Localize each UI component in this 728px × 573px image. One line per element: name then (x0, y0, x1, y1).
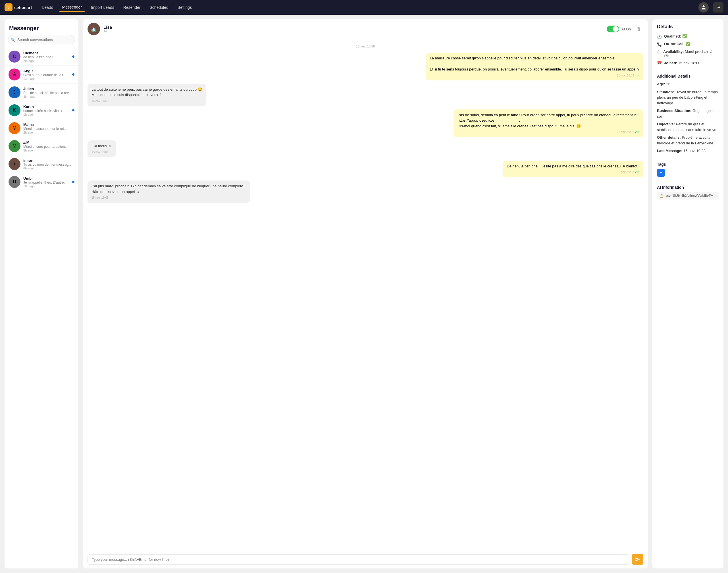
sidebar-title: Messenger (5, 19, 78, 35)
list-item[interactable]: M Maina Merci beaucoup pour le ret... 2h… (5, 119, 78, 137)
joined-label: Joined: (664, 61, 677, 65)
unread-dot (72, 181, 74, 183)
availability-icon: ⏱ (657, 50, 661, 54)
list-item[interactable]: C Clément de rien, je t'en prie ! 2m ago (5, 48, 78, 66)
conv-preview: bonne soirée à très vite :) (23, 109, 69, 113)
other-details-field: Other details: Problème avec la thyroïde… (657, 135, 719, 146)
clock-icon: 🕐 (657, 35, 662, 39)
avatar: K (8, 104, 20, 116)
sidebar: Messenger 🔍 C Clément de rien, je t'en p… (5, 19, 78, 568)
list-item[interactable]: U Umbi Je m'appelle Théo. D'autre... 10h… (5, 173, 78, 191)
conv-time: 10h ago (23, 185, 69, 188)
conv-preview: Tu as vu mon dernier messag... (23, 163, 74, 166)
ok-for-call-check: ✅ (686, 42, 690, 46)
search-input[interactable] (8, 35, 75, 44)
list-item[interactable]: i imran Tu as vu mon dernier messag... 6… (5, 155, 78, 173)
chat-area: 🏔️ Lisa @ AI On 15 nov. 18:56 La meilleu… (83, 19, 648, 568)
conv-name: Umbi (23, 176, 69, 180)
send-button[interactable] (632, 554, 643, 565)
ai-toggle[interactable] (607, 25, 619, 33)
age-field: Age: 26 (657, 81, 719, 87)
message-bubble-received: J'ai pris mardi prochain 17h car demain … (88, 180, 250, 203)
ai-id-value: asst_SlUbn6h2fL9rmWVerMBoTw (666, 194, 713, 197)
ai-toggle-area: AI On (607, 25, 631, 33)
conv-name: Karen (23, 105, 69, 109)
joined-row: 📅 Joined: 15 nov. 18:00 (657, 61, 719, 66)
qualified-row: 🕐 Qualified: ✅ (657, 34, 719, 39)
navbar: S setsmart Leads Messenger Import Leads … (0, 0, 728, 15)
tags-title: Tags (657, 162, 719, 166)
conv-time: 48m ago (23, 95, 74, 98)
nav-leads[interactable]: Leads (39, 3, 57, 11)
message-bubble-received: La tout de suite je ne peux pas car je g… (88, 84, 206, 106)
nav-messenger[interactable]: Messenger (59, 3, 85, 12)
avatar: A (8, 68, 20, 81)
situation-field: Situation: Travail de bureau à temps ple… (657, 89, 719, 106)
message-meta: 15 nov. 18:59 ✓✓ (430, 73, 639, 77)
message-meta: 15 nov. 19:01 ✓✓ (457, 130, 639, 134)
avatar: U (8, 176, 20, 188)
conv-preview: Merci beaucoup pour le ret... (23, 127, 74, 131)
conv-name: Maina (23, 122, 74, 127)
conv-name: Angie (23, 69, 69, 73)
message-meta: 15 nov. 19:01 (92, 150, 112, 154)
list-item[interactable]: J Julien Pas de souci, hésite pas à rev.… (5, 84, 78, 101)
conv-preview: de rien, je t'en prie ! (23, 55, 69, 59)
sidebar-search-container: 🔍 (5, 35, 78, 48)
conv-name: Clément (23, 51, 69, 55)
message-meta: 15 nov. 19:03 ✓✓ (507, 170, 639, 174)
message-bubble-sent: La meilleure chose serait qu'on s'appell… (426, 53, 643, 81)
additional-details-title: Additional Details (657, 74, 719, 79)
avatar: J (8, 87, 20, 98)
avatar: i (8, 158, 20, 170)
nav-scheduled[interactable]: Scheduled (146, 3, 172, 11)
chat-contact-handle: @ (103, 30, 603, 34)
conv-time: 2h ago (23, 131, 74, 134)
conv-time: 6h ago (23, 166, 74, 170)
chat-input-area (83, 550, 648, 568)
messages-container: 15 nov. 18:56 La meilleure chose serait … (83, 39, 648, 550)
avatar: M (8, 140, 20, 152)
ok-for-call-label: OK for Call: (664, 42, 684, 46)
conv-preview: Je m'appelle Théo. D'autre... (23, 180, 69, 185)
message-bubble-sent: De rien, je t'en prie ! Hésite pas à me … (503, 161, 643, 177)
chat-contact-name: Lisa (103, 25, 603, 30)
logo[interactable]: S setsmart (5, 3, 32, 11)
user-avatar-button[interactable] (698, 2, 709, 12)
unread-dot (72, 55, 74, 58)
conv-name: imran (23, 158, 74, 163)
conv-preview: C'est surtout autour de la t... (23, 73, 69, 77)
tags-section: Tags + (657, 162, 719, 177)
message-bubble-received: Oki merci ☺ 15 nov. 19:01 (88, 141, 116, 157)
nav-resender[interactable]: Resender (120, 3, 144, 11)
list-item[interactable]: A Angie C'est surtout autour de la t... … (5, 66, 78, 84)
nav-settings[interactable]: Settings (174, 3, 195, 11)
conv-preview: Merci encore pour ta patienc... (23, 145, 74, 149)
conversation-list: C Clément de rien, je t'en prie ! 2m ago… (5, 48, 78, 568)
conv-time: 5h ago (23, 149, 74, 152)
message-input[interactable] (88, 554, 629, 565)
calendar-icon: 📅 (657, 61, 662, 66)
details-panel: Détails 🕐 Qualified: ✅ 📞 OK for Call: ✅ … (653, 19, 723, 568)
details-title: Détails (657, 24, 719, 30)
add-tag-button[interactable]: + (657, 169, 665, 177)
list-item[interactable]: M ///M. Merci encore pour ta patienc... … (5, 137, 78, 155)
message-meta: 15 nov. 19:05 (92, 196, 246, 200)
logout-button[interactable] (713, 2, 723, 12)
ai-info-section: AI Information 📋 asst_SlUbn6h2fL9rmWVerM… (657, 185, 719, 200)
ai-toggle-label: AI On (621, 27, 631, 31)
message-bubble-sent: Pas de souci, demain ça peut le faire ! … (453, 109, 643, 137)
phone-icon: 📞 (657, 42, 662, 47)
unread-dot (72, 73, 74, 75)
app-body: Messenger 🔍 C Clément de rien, je t'en p… (0, 15, 728, 573)
chat-avatar: 🏔️ (88, 23, 100, 35)
ok-for-call-row: 📞 OK for Call: ✅ (657, 42, 719, 47)
clipboard-icon: 📋 (659, 194, 664, 198)
list-item[interactable]: K Karen bonne soirée à très vite :) 1h a… (5, 101, 78, 119)
nav-import-leads[interactable]: Import Leads (88, 3, 118, 11)
conv-time: 2m ago (23, 59, 69, 62)
avatar: C (8, 51, 20, 62)
logo-icon: S (5, 3, 12, 11)
delete-conversation-button[interactable] (634, 24, 643, 34)
joined-value: 15 nov. 18:00 (678, 61, 701, 65)
